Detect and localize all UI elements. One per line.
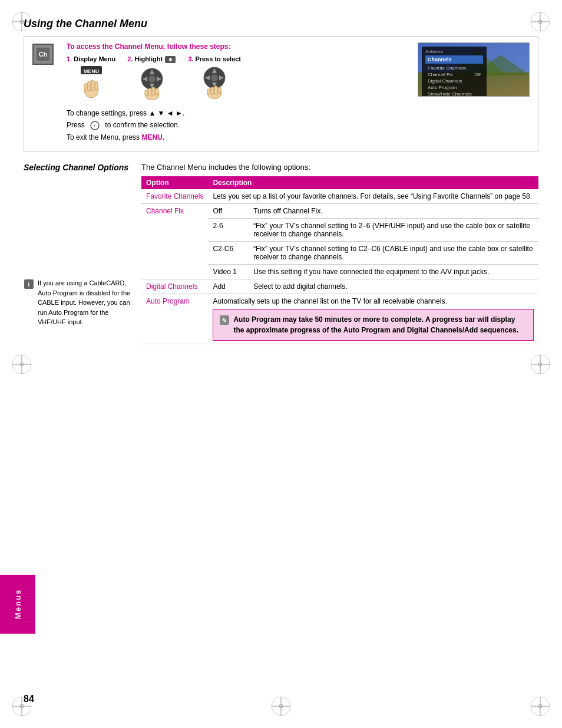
svg-text:MENU: MENU [83,68,99,74]
side-note: i If you are using a CableCARD, Auto Pro… [24,278,132,327]
table-row: Favorite Channels Lets you set up a list… [141,189,538,204]
left-section: Selecting Channel Options i If you are u… [24,163,141,344]
nav-button-icon [137,66,167,100]
sub-option-off: Off [208,204,249,219]
svg-rect-33 [88,81,91,91]
settings-line1: To change settings, press ▲ ▼ ◄ ►. [67,107,408,119]
desc-channel-fix-2-6: “Fix” your TV’s channel setting to 2–6 (… [249,219,538,242]
table-row: Auto Program Automatically sets up the c… [141,294,538,344]
col-header-description: Description [208,176,538,189]
svg-rect-60 [207,89,210,94]
channel-icon: Ch [32,44,54,65]
svg-rect-36 [84,84,87,91]
instruction-header: To access the Channel Menu, follow these… [67,42,408,51]
svg-text:⊕: ⊕ [168,57,173,62]
sub-option-2-6: 2-6 [208,219,249,242]
tv-menu-digital: Digital Channels [425,78,483,84]
svg-text:✎: ✎ [222,318,227,324]
note-icon: i [24,279,34,289]
auto-program-desc: Automatically sets up the channel list o… [213,297,534,305]
svg-text:Ch: Ch [39,51,48,58]
step-1: 1. Display Menu MENU [67,55,115,99]
svg-rect-48 [156,88,158,95]
svg-text:i: i [28,281,30,288]
svg-rect-49 [145,90,148,95]
confirm-button-icon [199,65,230,99]
section-title: Using the Channel Menu [24,18,538,30]
settings-text: To change settings, press ▲ ▼ ◄ ►. Press… [67,107,408,143]
step-3: 3. Press to select [188,55,241,99]
desc-digital-add: Select to add digital channels. [249,279,538,294]
col-header-option: Option [141,176,208,189]
step-3-label: 3. Press to select [188,55,241,62]
tv-menu-overlay: Antenna Channels Favorite Channels Chann… [422,47,487,97]
svg-text:+: + [93,123,96,129]
step-2-label: 2. Highlight ⊕ [127,55,176,64]
subsection-title: Selecting Channel Options [24,163,132,172]
page-number: 84 [24,694,34,704]
sub-option-c2-c6: C2-C6 [208,242,249,265]
desc-channel-fix-c2-c6: “Fix” your TV’s channel setting to C2–C6… [249,242,538,265]
tv-menu-channelfix: Channel FixOff [425,71,483,78]
table-row: Channel Fix Off Turns off Channel Fix. [141,204,538,219]
option-digital-channels: Digital Channels [141,279,208,294]
svg-point-55 [211,74,218,81]
sub-option-video1: Video 1 [208,265,249,279]
svg-rect-46 [148,88,151,95]
svg-rect-47 [152,87,155,95]
svg-rect-58 [214,86,217,94]
auto-program-note-text: Auto Program may take 50 minutes or more… [233,314,527,335]
svg-rect-57 [211,87,214,94]
option-channel-fix: Channel Fix [141,204,208,279]
tv-menu-favorite: Favorite Channels [425,65,483,71]
highlight-icon: ⊕ [164,55,176,64]
sub-option-add: Add [208,279,249,294]
steps-row: 1. Display Menu MENU [67,55,408,100]
channel-menu-intro: The Channel Menu includes the following … [141,163,538,172]
options-table: Option Description Favorite Channels Let… [141,176,538,344]
step-2: 2. Highlight ⊕ [127,55,176,100]
tv-menu-auto: Auto Program [425,84,483,91]
step-1-label: 1. Display Menu [67,55,115,62]
desc-channel-fix-off: Turns off Channel Fix. [249,204,538,219]
instruction-steps: To access the Channel Menu, follow these… [67,42,408,143]
table-row: Digital Channels Add Select to add digit… [141,279,538,294]
svg-point-44 [148,75,156,83]
exit-text: To exit the Menu, press MENU. [67,131,408,143]
right-section: The Channel Menu includes the following … [141,163,538,344]
desc-favorite-channels: Lets you set up a list of your favorite … [208,189,538,204]
menus-tab: Menus [0,575,35,634]
tv-screenshot: Antenna Channels Favorite Channels Chann… [418,42,530,97]
svg-rect-34 [91,80,94,91]
main-body: Selecting Channel Options i If you are u… [24,163,538,344]
desc-auto-program: Automatically sets up the channel list o… [208,294,538,344]
menu-button-icon: MENU [76,65,107,99]
side-note-icon: i [24,279,34,327]
instruction-box: Ch To access the Channel Menu, follow th… [24,36,538,152]
note-pencil-icon: ✎ [219,315,230,325]
menus-tab-label: Menus [14,589,22,619]
settings-line2: Press + to confirm the selection. [67,119,408,131]
option-favorite-channels: Favorite Channels [141,189,208,204]
table-header-row: Option Description [141,176,538,189]
side-note-text: If you are using a CableCARD, Auto Progr… [38,278,132,327]
option-auto-program: Auto Program [141,294,208,344]
desc-channel-fix-video1: Use this setting if you have connected t… [249,265,538,279]
svg-rect-35 [95,81,98,90]
tv-antenna-label: Antenna [425,49,483,54]
tv-menu-showhide: Show/Hide Channels [425,91,483,97]
tv-menu-channels-active: Channels [425,55,483,64]
svg-rect-59 [218,87,221,94]
menu-word: MENU [141,133,162,141]
auto-program-note: ✎ Auto Program may take 50 minutes or mo… [213,309,534,341]
confirm-small-icon: + [88,121,101,130]
